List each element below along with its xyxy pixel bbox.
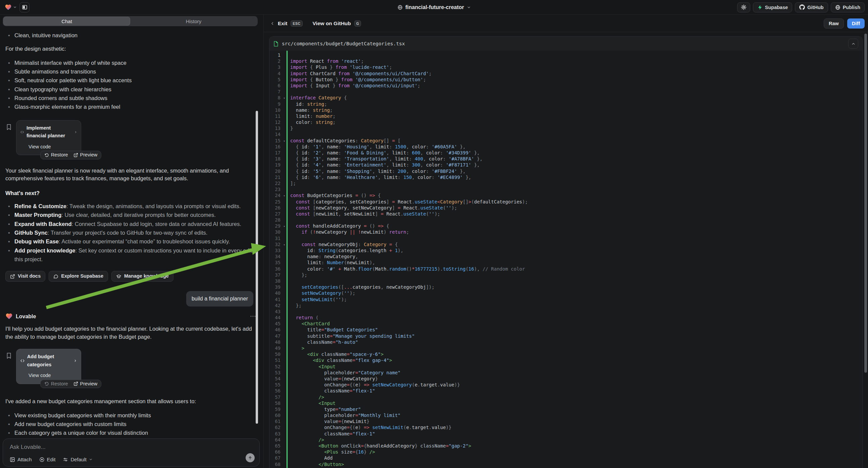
circle-dot-icon [39,457,44,462]
code-line: 19 { id: '4', name: 'Entertainment', lim… [270,162,862,168]
code-line: 68 </Button> [270,461,862,467]
supabase-icon [757,5,763,10]
bookmark-column [5,349,16,359]
restore-button[interactable]: Restore [44,380,68,388]
project-title: financial-future-creator [405,4,464,10]
feature-bullet-list: View existing budget categories with the… [5,411,258,437]
restore-icon [44,381,49,386]
code-line: 34 name: newCategory, [270,254,862,260]
view-on-github-button[interactable]: View on GitHub [313,21,351,27]
whats-next-heading: What's next? [5,189,258,197]
code-line: 17 { id: '2', name: 'Food & Dining', lim… [270,150,862,156]
view-code-link[interactable]: View code [29,372,77,380]
tab-chat[interactable]: Chat [3,17,130,26]
design-heading: For the design aesthetic: [5,45,258,53]
code-panel: Exit ESC View on GitHub G Raw Diff src/c… [264,15,868,468]
code-line: 44 return ( [270,315,862,321]
file-path-row[interactable]: src/components/budget/BudgetCategories.t… [270,37,862,51]
code-header: Exit ESC View on GitHub G Raw Diff [264,15,868,32]
panel-left-icon [22,4,28,10]
list-item: Master Prompting: Use clear, detailed, a… [5,210,258,219]
github-button[interactable]: GitHub [795,2,828,12]
collapse-file-button[interactable] [848,39,858,49]
list-item: Each category gets a unique color for vi… [5,429,258,437]
code-line: 7 [270,89,862,95]
external-link-icon [73,153,78,157]
chevron-right-icon [74,130,77,134]
code-area[interactable]: 12import React from 'react';3import { Pl… [270,51,862,468]
file-added-icon [274,41,278,47]
topbar: financial-future-creator Supabase GitHub… [0,0,868,15]
card-title-row: Add budget categories [21,353,77,369]
preview-button[interactable]: Preview [73,380,98,388]
restore-button[interactable]: Restore [44,151,68,159]
edit-mode-button[interactable]: Edit [39,457,56,462]
code-line: 1 [270,52,862,58]
list-item: Expand with Backend: Connect Supabase to… [5,220,258,228]
preview-button[interactable]: Preview [73,151,98,159]
chat-input-box[interactable]: Ask Lovable... Attach Edit Default [3,438,260,467]
send-button[interactable] [246,453,255,462]
assistant-message: I'll help you add budget categories to t… [5,325,258,341]
publish-button[interactable]: Publish [831,2,865,12]
edit-card-add-budget-categories[interactable]: Add budget categories View code [16,349,81,384]
edit-card-row: Add budget categories View code [5,349,258,384]
restore-preview-pill: Restore Preview [40,151,101,159]
attach-button[interactable]: Attach [10,457,32,462]
chevron-right-icon [74,359,77,362]
manage-knowledge-button[interactable]: Manage knowledge [112,271,174,282]
assistant-message: I've added a new budget categories manag… [5,398,258,406]
chat-scroll-area[interactable]: Clean, intuitive navigation For the desi… [0,29,264,438]
code-line: 3import { Plus } from 'lucide-react'; [270,64,862,70]
code-line: 40 setNewCategory(''); [270,290,862,296]
code-line: 25 const [categories, setCategories] = R… [270,199,862,205]
user-message-bubble: build a financial planner [186,291,253,306]
list-item: Subtle animations and transitions [5,67,258,76]
lovable-logo-menu[interactable] [5,4,17,11]
code-line: 36 color: '#' + Math.floor(Math.random()… [270,266,862,272]
diff-toggle-button[interactable]: Diff [847,19,865,29]
exit-button[interactable]: Exit [278,21,287,27]
input-toolbar: Attach Edit Default [10,457,93,462]
code-line: 14 [270,131,862,137]
visit-docs-button[interactable]: Visit docs [5,271,45,282]
bookmark-icon[interactable] [6,123,12,130]
sidebar-toggle-button[interactable] [20,2,30,12]
bookmark-icon[interactable] [6,352,12,359]
model-selector[interactable]: Default [63,457,93,462]
topbar-left [0,2,30,12]
code-line: 30 if (!newCategory || !newLimit) return… [270,229,862,235]
code-scrollbar-thumb[interactable] [864,34,867,373]
project-switcher[interactable]: financial-future-creator [397,0,471,15]
explore-supabase-button[interactable]: Explore Supabase [49,271,108,282]
code-lines: 12import React from 'react';3import { Pl… [270,52,862,467]
more-options-icon[interactable] [250,315,256,317]
code-line: 43 [270,309,862,315]
code-line: 6import { Input } from '@/components/ui/… [270,83,862,89]
code-line: 57 /> [270,394,862,400]
edit-card-implement-financial-planner[interactable]: Implement financial planner View code [16,120,81,155]
chevron-up-icon [851,41,856,46]
card-title-row: Implement financial planner [21,124,77,140]
tab-history[interactable]: History [130,17,257,26]
chat-scrollbar-thumb[interactable] [256,111,258,424]
settings-button[interactable] [737,2,750,12]
code-line: 63 className="flex-1" [270,431,862,437]
esc-key-badge: ESC [290,21,302,27]
list-item: View existing budget categories with the… [5,411,258,420]
raw-toggle-button[interactable]: Raw [824,19,844,29]
code-line: 22]; [270,180,862,186]
code-line: 37 }; [270,272,862,278]
code-line: 28 [270,217,862,223]
code-icon [21,358,25,363]
supabase-button[interactable]: Supabase [753,2,793,12]
chat-input-placeholder: Ask Lovable... [10,444,45,450]
chevron-left-icon [271,22,275,26]
code-line: 23 [270,186,862,193]
supabase-label: Supabase [765,5,788,10]
code-line: 27 const [newLimit, setNewLimit] = React… [270,211,862,217]
view-code-link[interactable]: View code [29,143,77,151]
list-item: Clean, intuitive navigation [5,31,258,39]
code-line: 66 <Plus size={16} /> [270,449,862,455]
list-item: Glass-morphic elements for a premium fee… [5,103,258,111]
